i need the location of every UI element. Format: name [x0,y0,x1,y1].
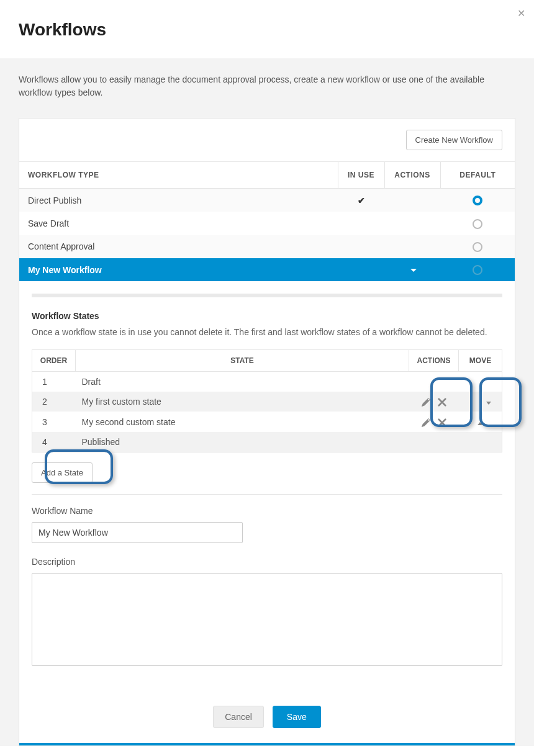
state-actions-cell [409,392,459,412]
state-name: Published [76,432,409,452]
state-name: Draft [76,372,409,392]
states-title: Workflow States [32,311,502,321]
col-actions: ACTIONS [384,162,440,189]
save-button[interactable]: Save [273,706,321,728]
workflow-name: Save Draft [19,212,338,235]
create-new-workflow-button[interactable]: Create New Workflow [406,130,502,150]
state-order: 2 [32,392,76,412]
col-workflow-type: WORKFLOW TYPE [19,162,338,189]
scol-order: ORDER [32,350,76,372]
page-title: Workflows [19,20,515,40]
states-desc: Once a workflow state is in use you cann… [32,327,502,337]
workflow-actions-cell [384,258,440,281]
workflow-default-cell [440,258,515,281]
col-in-use: IN USE [338,162,384,189]
scol-actions: ACTIONS [409,350,459,372]
workflow-name-label: Workflow Name [32,506,502,516]
workflow-row[interactable]: My New Workflow [19,258,515,281]
workflow-name: Content Approval [19,235,338,258]
states-table: ORDER STATE ACTIONS MOVE 1Draft2My first… [32,349,502,452]
state-name: My first custom state [76,392,409,412]
state-move-cell [459,412,502,431]
add-state-button[interactable]: Add a State [32,462,93,483]
delete-icon[interactable] [437,416,448,426]
intro-text: Workflows allow you to easily manage the… [19,73,515,99]
state-order: 1 [32,372,76,392]
workflow-row[interactable]: Save Draft [19,212,515,235]
detail-top-bar [32,294,502,297]
edit-icon[interactable] [420,416,432,426]
workflow-default-cell [440,235,515,258]
close-icon[interactable]: ✕ [517,7,525,19]
state-order: 3 [32,412,76,431]
state-move-cell [459,392,502,412]
workflow-name: My New Workflow [19,258,338,281]
bottom-accent-bar [19,743,515,745]
workflow-inuse-cell [338,212,384,235]
workflow-row[interactable]: Content Approval [19,235,515,258]
default-radio[interactable] [473,219,482,229]
workflow-default-cell [440,189,515,212]
workflow-inuse-cell [338,258,384,281]
default-radio[interactable] [473,242,482,252]
col-default: DEFAULT [440,162,515,189]
state-name: My second custom state [76,412,409,431]
workflow-detail-panel: Workflow States Once a workflow state is… [19,281,515,743]
scol-state: STATE [76,350,409,372]
default-radio[interactable] [473,196,482,205]
workflows-panel: Create New Workflow WORKFLOW TYPE IN USE… [19,118,515,746]
state-row: 3My second custom state [32,412,502,431]
cancel-button[interactable]: Cancel [213,706,264,728]
description-label: Description [32,557,502,567]
state-actions-cell [409,432,459,452]
state-row: 4Published [32,432,502,452]
edit-icon[interactable] [420,397,432,407]
move-down-icon[interactable] [486,402,491,405]
state-order: 4 [32,432,76,452]
description-textarea[interactable] [32,573,502,666]
chevron-down-icon[interactable] [410,269,417,272]
state-row: 2My first custom state [32,392,502,412]
scol-move: MOVE [459,350,502,372]
default-radio[interactable] [473,265,482,275]
workflow-actions-cell [384,235,440,258]
state-row: 1Draft [32,372,502,392]
workflow-actions-cell [384,212,440,235]
workflow-name-input[interactable] [32,522,243,543]
state-actions-cell [409,372,459,392]
move-up-icon[interactable] [477,422,482,425]
delete-icon[interactable] [437,397,448,407]
workflow-row[interactable]: Direct Publish✔ [19,189,515,212]
workflows-table: WORKFLOW TYPE IN USE ACTIONS DEFAULT Dir… [19,162,515,281]
workflow-inuse-cell: ✔ [338,189,384,212]
workflow-default-cell [440,212,515,235]
workflow-name: Direct Publish [19,189,338,212]
divider [32,494,502,495]
state-move-cell [459,372,502,392]
check-icon: ✔ [358,196,365,205]
workflow-actions-cell [384,189,440,212]
workflow-inuse-cell [338,235,384,258]
state-actions-cell [409,412,459,431]
state-move-cell [459,432,502,452]
